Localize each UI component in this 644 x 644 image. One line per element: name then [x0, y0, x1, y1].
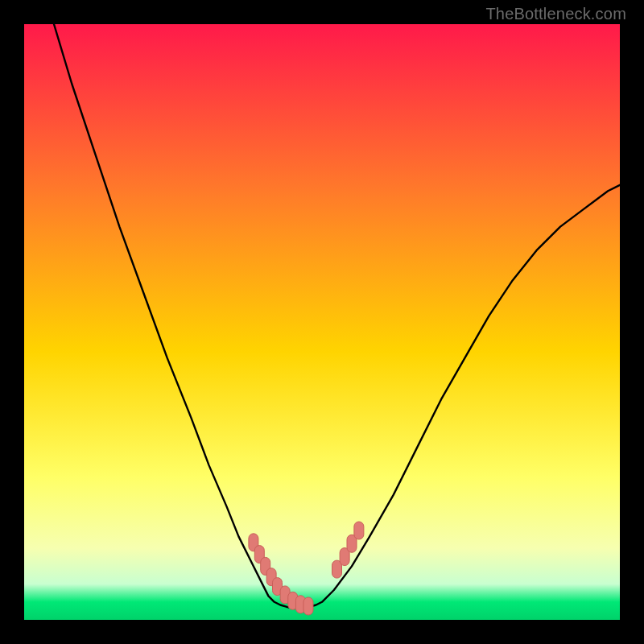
marker-right	[354, 522, 364, 539]
watermark-text: TheBottleneck.com	[485, 5, 626, 23]
gradient-bg	[24, 24, 620, 620]
chart-svg	[24, 24, 620, 620]
chart-frame: TheBottleneck.com	[0, 0, 644, 644]
plot-area	[24, 24, 620, 620]
marker-left	[303, 597, 313, 615]
